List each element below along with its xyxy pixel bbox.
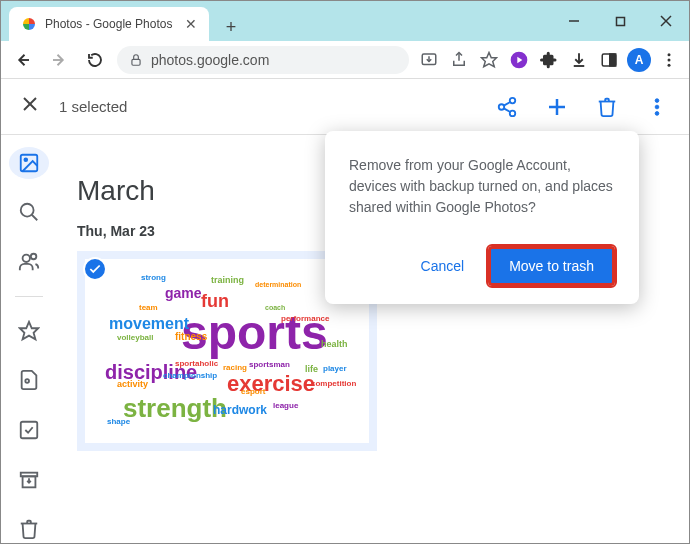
url-text: photos.google.com — [151, 52, 269, 68]
selected-check-icon[interactable] — [83, 257, 107, 281]
sidebar-item-sharing[interactable] — [9, 246, 49, 278]
move-to-trash-button[interactable]: Move to trash — [488, 246, 615, 286]
svg-point-30 — [655, 111, 659, 115]
svg-rect-6 — [132, 59, 140, 65]
sidebar-divider — [15, 296, 43, 297]
svg-marker-37 — [20, 321, 38, 338]
nav-forward-button[interactable] — [45, 46, 73, 74]
svg-point-29 — [655, 105, 659, 109]
media-play-icon[interactable] — [507, 48, 531, 72]
svg-rect-39 — [21, 422, 38, 439]
browser-tab[interactable]: Photos - Google Photos ✕ — [9, 7, 209, 41]
svg-line-34 — [32, 215, 38, 221]
svg-point-17 — [668, 58, 671, 61]
url-input[interactable]: photos.google.com — [117, 46, 409, 74]
svg-point-18 — [668, 63, 671, 66]
svg-point-28 — [655, 98, 659, 102]
svg-point-32 — [24, 158, 27, 161]
side-panel-icon[interactable] — [597, 48, 621, 72]
sidebar-item-favorites[interactable] — [9, 315, 49, 347]
tab-close-icon[interactable]: ✕ — [185, 16, 197, 32]
share-url-icon[interactable] — [447, 48, 471, 72]
bookmark-star-icon[interactable] — [477, 48, 501, 72]
selection-toolbar: 1 selected — [1, 79, 689, 135]
svg-line-25 — [504, 108, 510, 112]
sidebar-item-archive[interactable] — [9, 464, 49, 496]
svg-point-33 — [21, 204, 34, 217]
sidebar-item-trash[interactable] — [9, 513, 49, 544]
svg-rect-15 — [610, 54, 616, 66]
window-close-button[interactable] — [643, 1, 689, 41]
trash-button[interactable] — [595, 95, 619, 119]
svg-point-16 — [668, 53, 671, 56]
add-to-button[interactable] — [545, 95, 569, 119]
svg-line-24 — [504, 101, 510, 105]
svg-rect-1 — [616, 17, 624, 25]
install-app-icon[interactable] — [417, 48, 441, 72]
svg-point-35 — [23, 255, 30, 262]
sidebar-item-search[interactable] — [9, 197, 49, 229]
svg-point-38 — [25, 379, 29, 383]
selection-count: 1 selected — [59, 98, 127, 115]
tab-title: Photos - Google Photos — [45, 17, 172, 31]
deselect-button[interactable] — [21, 95, 39, 118]
more-options-button[interactable] — [645, 95, 669, 119]
extensions-icon[interactable] — [537, 48, 561, 72]
browser-toolbar: photos.google.com A — [1, 41, 689, 79]
sidebar-item-utilities[interactable] — [9, 414, 49, 446]
sidebar-item-albums[interactable] — [9, 364, 49, 396]
svg-point-22 — [499, 104, 505, 110]
dialog-message: Remove from your Google Account, devices… — [349, 155, 615, 218]
new-tab-button[interactable]: + — [217, 13, 245, 41]
nav-reload-button[interactable] — [81, 46, 109, 74]
browser-titlebar: Photos - Google Photos ✕ + — [1, 1, 689, 41]
window-minimize-button[interactable] — [551, 1, 597, 41]
chrome-menu-icon[interactable] — [657, 48, 681, 72]
nav-back-button[interactable] — [9, 46, 37, 74]
svg-point-21 — [510, 97, 516, 103]
sidebar — [1, 135, 57, 544]
sidebar-item-photos[interactable] — [9, 147, 49, 179]
svg-marker-9 — [482, 52, 497, 66]
lock-icon — [129, 53, 143, 67]
svg-point-36 — [31, 254, 37, 260]
profile-avatar[interactable]: A — [627, 48, 651, 72]
downloads-icon[interactable] — [567, 48, 591, 72]
window-maximize-button[interactable] — [597, 1, 643, 41]
cancel-button[interactable]: Cancel — [409, 250, 477, 282]
share-button[interactable] — [495, 95, 519, 119]
confirm-dialog: Remove from your Google Account, devices… — [325, 131, 639, 304]
svg-point-23 — [510, 110, 516, 116]
google-photos-favicon — [21, 16, 37, 32]
